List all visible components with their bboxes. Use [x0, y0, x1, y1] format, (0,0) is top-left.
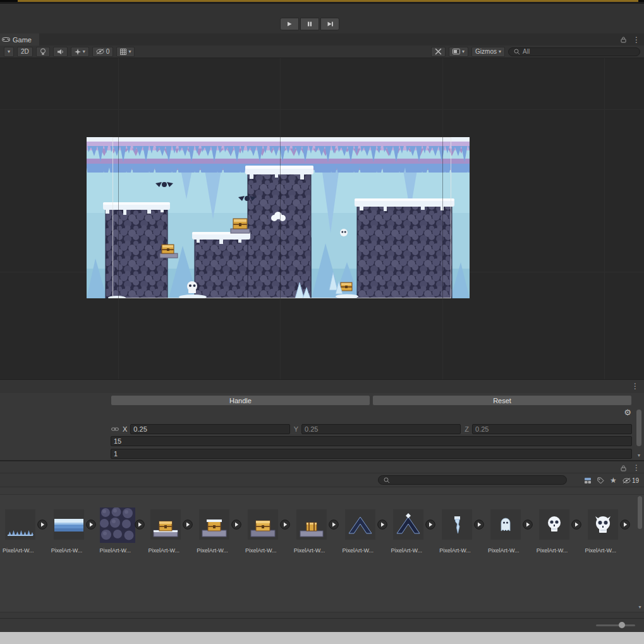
asset-play-button[interactable] — [425, 519, 435, 530]
asset-play-button[interactable] — [377, 519, 387, 530]
lighting-toggle[interactable] — [36, 47, 50, 57]
search-icon — [384, 477, 390, 483]
hidden-count-button[interactable]: 0 — [92, 47, 114, 57]
asset-thumbnail[interactable] — [588, 509, 618, 540]
asset-play-button[interactable] — [571, 519, 581, 530]
horizontal-scroll-strip[interactable] — [0, 612, 644, 618]
render-mode-dropdown[interactable]: ▾ — [449, 47, 468, 57]
audio-toggle[interactable] — [53, 47, 68, 57]
project-search-field[interactable] — [378, 475, 567, 485]
asset-item[interactable]: PixelArt-W... — [99, 509, 148, 559]
asset-label: PixelArt-W... — [488, 547, 519, 554]
asset-item[interactable]: PixelArt-W... — [2, 509, 51, 559]
inspector-scrollbar[interactable]: ▾ — [635, 410, 643, 459]
gear-icon[interactable]: ⚙ — [624, 408, 631, 416]
asset-play-button[interactable] — [135, 519, 145, 530]
asset-thumbnail[interactable] — [248, 509, 278, 540]
game-viewport[interactable] — [0, 58, 644, 379]
asset-label: PixelArt-W... — [294, 547, 325, 554]
scroll-down-icon[interactable]: ▾ — [635, 453, 643, 459]
tools-icon — [435, 48, 442, 55]
link-icon[interactable] — [111, 427, 119, 432]
game-view-toolbar: ▾ 2D ▾ 0 ▾ ▾ Gizmos▾ All — [0, 46, 644, 58]
asset-thumbnail[interactable] — [539, 509, 569, 540]
asset-thumbnail[interactable] — [150, 509, 181, 540]
asset-label: PixelArt-W... — [537, 547, 568, 554]
lock-icon[interactable] — [621, 465, 626, 471]
asset-thumbnail[interactable] — [199, 509, 229, 540]
lock-icon[interactable] — [621, 36, 626, 43]
asset-item[interactable]: PixelArt-W... — [196, 509, 245, 559]
asset-thumbnail[interactable] — [296, 509, 327, 540]
playback-toolbar — [0, 2, 644, 33]
reset-button[interactable]: Reset — [372, 395, 632, 406]
asset-play-button[interactable] — [523, 519, 533, 530]
scroll-down-icon[interactable]: ▾ — [636, 604, 643, 611]
asset-item[interactable]: PixelArt-W... — [293, 509, 342, 559]
step-button[interactable] — [320, 18, 339, 30]
asset-play-button[interactable] — [37, 519, 47, 530]
asset-thumbnail[interactable] — [393, 509, 423, 540]
asset-item[interactable]: PixelArt-W... — [51, 509, 99, 559]
play-button[interactable] — [280, 18, 299, 30]
asset-play-button[interactable] — [280, 519, 290, 530]
gamepad-icon — [2, 37, 10, 42]
value-input-1[interactable]: 1 — [111, 449, 632, 459]
asset-play-button[interactable] — [474, 519, 484, 530]
asset-play-button[interactable] — [183, 519, 193, 530]
section-menu-icon[interactable]: ⋮ — [631, 382, 639, 390]
project-toolbar: ★ 19 — [0, 473, 644, 487]
y-input[interactable]: 0.25 — [301, 424, 461, 434]
gizmos-dropdown[interactable]: Gizmos▾ — [471, 47, 505, 57]
tab-game[interactable]: Game — [0, 33, 39, 46]
value-input-15[interactable]: 15 — [111, 436, 632, 446]
asset-play-button[interactable] — [231, 519, 241, 530]
asset-thumbnail[interactable] — [5, 509, 35, 540]
game-search-field[interactable]: All — [508, 47, 640, 56]
asset-item[interactable]: PixelArt-W... — [147, 509, 196, 559]
hidden-count-button[interactable]: 19 — [623, 477, 639, 484]
asset-item[interactable]: PixelArt-W... — [487, 509, 536, 559]
panel-menu-icon[interactable]: ⋮ — [633, 464, 640, 471]
asset-thumbnail[interactable] — [442, 509, 472, 540]
project-breadcrumb-bar — [0, 487, 644, 495]
asset-thumbnail[interactable] — [345, 509, 375, 540]
zoom-slider-knob[interactable] — [619, 622, 625, 628]
asset-thumbnail[interactable] — [490, 509, 521, 540]
x-input[interactable]: 0.25 — [130, 424, 289, 434]
asset-item[interactable]: PixelArt-W... — [245, 509, 293, 559]
asset-item[interactable]: PixelArt-W... — [536, 509, 585, 559]
panel-menu-icon[interactable]: ⋮ — [633, 36, 640, 44]
asset-item[interactable]: PixelArt-W... — [585, 509, 633, 559]
display-dropdown[interactable]: ▾ — [4, 47, 14, 57]
assets-scrollbar[interactable]: ▾ — [636, 496, 643, 611]
project-assets-panel: PixelArt-W... PixelArt-W... PixelArt-W..… — [0, 495, 644, 612]
asset-item[interactable]: PixelArt-W... — [342, 509, 391, 559]
asset-item[interactable]: PixelArt-W... — [439, 509, 487, 559]
z-input[interactable]: 0.25 — [472, 424, 632, 434]
favorites-star-icon[interactable]: ★ — [610, 477, 617, 484]
grid-dropdown[interactable]: ▾ — [116, 47, 135, 57]
scrollbar-thumb[interactable] — [638, 496, 642, 529]
asset-item[interactable]: PixelArt-W... — [390, 509, 439, 559]
asset-thumbnail[interactable] — [100, 507, 135, 543]
mode-2d-button[interactable]: 2D — [17, 47, 33, 57]
axis-z: Z 0.25 — [465, 424, 632, 434]
game-panel-tabbar: Game ⋮ — [0, 33, 644, 46]
asset-label: PixelArt-W... — [343, 547, 374, 554]
hidden-count-value: 19 — [632, 477, 639, 484]
label-tag-icon[interactable] — [597, 477, 604, 484]
asset-thumbnail[interactable] — [54, 509, 84, 540]
handle-button[interactable]: Handle — [111, 395, 370, 406]
tools-button[interactable] — [431, 47, 446, 57]
scrollbar-thumb[interactable] — [636, 410, 641, 446]
thumbnail-zoom-slider[interactable] — [596, 624, 635, 626]
asset-play-button[interactable] — [329, 519, 339, 530]
asset-play-button[interactable] — [86, 519, 96, 530]
chevron-down-icon: ▾ — [8, 49, 10, 54]
chevron-down-icon: ▾ — [83, 49, 85, 54]
pause-button[interactable] — [300, 18, 319, 30]
asset-play-button[interactable] — [620, 519, 630, 530]
search-by-type-icon[interactable] — [584, 477, 592, 484]
effects-dropdown[interactable]: ▾ — [71, 47, 89, 57]
